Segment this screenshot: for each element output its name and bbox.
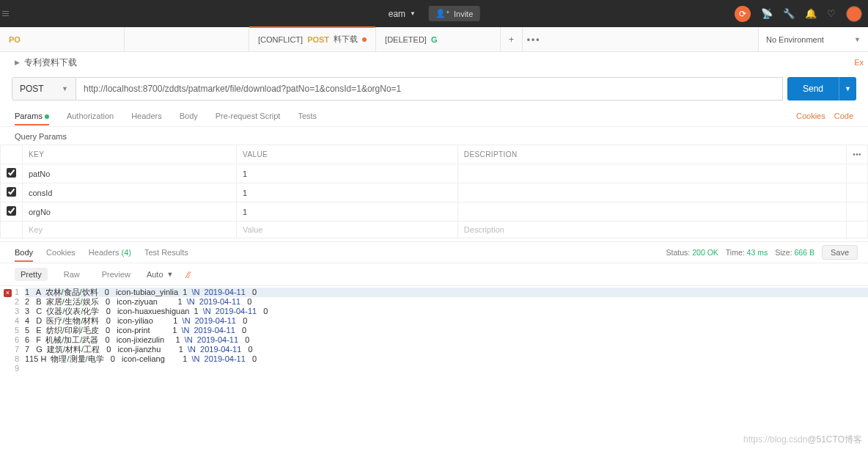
col-key: KEY [23, 145, 237, 164]
team-selector[interactable]: eam ▼ [389, 9, 416, 19]
format-selector[interactable]: Auto ▼ [147, 270, 174, 279]
request-name: 专利资料下载 [24, 56, 77, 69]
col-value: VALUE [237, 145, 458, 164]
param-checkbox[interactable] [7, 206, 16, 216]
watermark: https://blog.csdn@51CTO博客 [743, 434, 862, 446]
send-options-button[interactable]: ▼ [839, 77, 856, 101]
url-bar: POST ▼ Send ▼ [0, 73, 868, 105]
caret-down-icon: ▼ [410, 10, 416, 17]
body-line[interactable]: 5 E 纺织/印刷/毛皮 0 icon-print 1 \N 2019-04-1… [25, 326, 868, 335]
wrench-icon[interactable]: 🔧 [783, 8, 795, 19]
sync-button[interactable]: ⟳ [735, 6, 751, 22]
param-value[interactable]: 1 [237, 202, 458, 222]
param-row-new: KeyValueDescription [1, 222, 868, 238]
tab-title: 料下载 [334, 34, 358, 45]
person-add-icon: 👤⁺ [435, 9, 450, 18]
method-badge: PO [9, 35, 21, 44]
status-value: 200 OK [692, 248, 718, 257]
param-description[interactable] [457, 202, 846, 222]
param-key[interactable]: consId [23, 183, 237, 202]
resp-tab-tests[interactable]: Test Results [144, 244, 188, 261]
param-key[interactable]: orgNo [23, 202, 237, 222]
param-row: patNo1 [1, 164, 868, 183]
resp-tab-headers[interactable]: Headers (4) [89, 244, 131, 261]
tab-bar: PO [CONFLICT] POST 料下载 [DELETED] G + •••… [0, 27, 868, 52]
url-input[interactable] [76, 77, 783, 101]
view-raw[interactable]: Raw [58, 268, 86, 281]
time-label: Time: [726, 248, 745, 257]
http-method-value: POST [20, 84, 44, 94]
error-marker-icon: × [4, 289, 12, 297]
col-description: DESCRIPTION [457, 145, 846, 164]
param-row: orgNo1 [1, 202, 868, 222]
tab-tests[interactable]: Tests [298, 107, 317, 125]
avatar[interactable] [846, 6, 862, 22]
body-line[interactable]: 2 B 家居/生活/娱乐 0 icon-ziyuan 1 \N 2019-04-… [25, 297, 868, 307]
body-line[interactable]: 1 A 农林/食品/饮料 0 icon-tubiao_yinlia 1 \N 2… [25, 288, 868, 297]
body-line[interactable]: 115 H 物理/测量/电学 0 icon-celiang 1 \N 2019-… [25, 354, 868, 364]
invite-button[interactable]: 👤⁺ Invite [429, 6, 479, 21]
tab-headers[interactable]: Headers [131, 107, 162, 125]
tab-authorization[interactable]: Authorization [67, 107, 114, 125]
param-desc-placeholder[interactable]: Description [457, 222, 846, 238]
modified-dot-icon [45, 114, 49, 119]
param-key[interactable]: patNo [23, 164, 237, 183]
tab-0[interactable]: PO [0, 27, 125, 51]
caret-down-icon: ▼ [167, 271, 174, 278]
triangle-right-icon[interactable]: ▶ [15, 59, 20, 66]
code-link[interactable]: Code [834, 112, 853, 120]
response-body: ×123456789 1 A 农林/食品/饮料 0 icon-tubiao_yi… [0, 286, 868, 373]
param-description[interactable] [457, 183, 846, 202]
response-view-controls: Pretty Raw Preview Auto ▼ ⫽ [0, 263, 868, 286]
invite-label: Invite [454, 10, 473, 18]
view-pretty[interactable]: Pretty [15, 268, 48, 281]
view-preview[interactable]: Preview [96, 268, 136, 281]
team-name: eam [389, 9, 405, 19]
response-tabs: Body Cookies Headers (4) Test Results St… [0, 241, 868, 263]
menu-icon[interactable] [0, 0, 11, 27]
param-row: consId1 [1, 183, 868, 202]
tab-params[interactable]: Params [15, 107, 49, 125]
param-key-placeholder[interactable]: Key [23, 222, 237, 238]
tab-prerequest-script[interactable]: Pre-request Script [216, 107, 281, 125]
response-meta: Status: 200 OK Time: 43 ms Size: 666 B S… [666, 245, 858, 260]
tab-body[interactable]: Body [180, 107, 198, 125]
body-line[interactable]: 7 G 建筑/材料/工程 0 icon-jianzhu 1 \N 2019-04… [25, 345, 868, 354]
body-line[interactable]: 3 C 仪器/仪表/化学 0 icon-huaxueshiguan 1 \N 2… [25, 307, 868, 316]
plus-icon: + [509, 34, 514, 45]
param-value-placeholder[interactable]: Value [237, 222, 458, 238]
resp-tab-body[interactable]: Body [15, 244, 33, 261]
params-table: KEY VALUE DESCRIPTION ••• patNo1consId1o… [0, 145, 868, 238]
param-checkbox[interactable] [7, 168, 16, 178]
size-value: 666 B [794, 248, 814, 257]
param-description[interactable] [457, 164, 846, 183]
cookies-link[interactable]: Cookies [796, 112, 825, 120]
body-line[interactable]: 4 D 医疗/生物/材料 0 icon-yiliao 1 \N 2019-04-… [25, 316, 868, 326]
param-value[interactable]: 1 [237, 183, 458, 202]
examples-link[interactable]: Ex [854, 58, 864, 67]
param-checkbox[interactable] [7, 187, 16, 197]
save-response-button[interactable]: Save [822, 245, 858, 260]
tab-options-button[interactable]: ••• [523, 27, 545, 51]
headers-count: (4) [121, 248, 130, 257]
tab-3[interactable]: [DELETED] G [376, 27, 501, 51]
heart-icon[interactable]: ♡ [827, 8, 836, 19]
caret-down-icon: ▼ [62, 85, 68, 92]
wrap-lines-icon[interactable]: ⫽ [183, 269, 194, 280]
tab-1[interactable] [125, 27, 249, 51]
breadcrumb: ▶ 专利资料下载 Ex [0, 52, 868, 73]
new-tab-button[interactable]: + [501, 27, 523, 51]
body-line[interactable]: 6 F 机械/加工/武器 0 icon-jixiezulin 1 \N 2019… [25, 335, 868, 345]
request-tabs: Params Authorization Headers Body Pre-re… [0, 105, 868, 127]
bell-icon[interactable]: 🔔 [805, 8, 817, 19]
resp-tab-cookies[interactable]: Cookies [46, 244, 76, 261]
http-method-selector[interactable]: POST ▼ [12, 77, 76, 101]
tab-2-active[interactable]: [CONFLICT] POST 料下载 [249, 27, 376, 51]
param-value[interactable]: 1 [237, 164, 458, 183]
environment-selector[interactable]: No Environment ▼ [758, 27, 868, 51]
satellite-icon[interactable]: 📡 [761, 8, 773, 19]
body-line[interactable] [25, 364, 868, 373]
col-options[interactable]: ••• [847, 145, 868, 164]
send-button[interactable]: Send [787, 77, 839, 101]
caret-down-icon: ▼ [854, 36, 861, 43]
